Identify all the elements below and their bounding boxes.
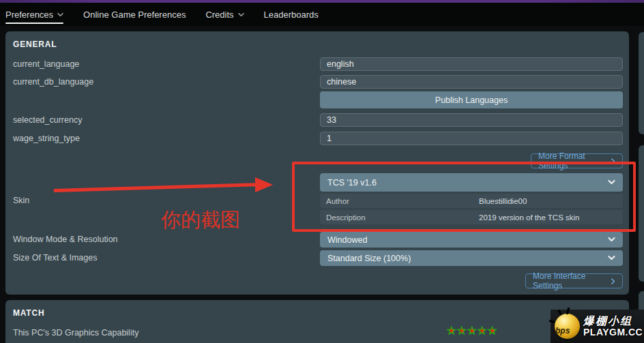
skin-description-row: Description 2019 version of the TCS skin xyxy=(320,210,623,224)
current-db-language-label: current_db_language xyxy=(13,75,93,89)
tab-credits-label: Credits xyxy=(205,10,233,20)
skin-description-value: 2019 version of the TCS skin xyxy=(479,213,579,222)
general-section-title: GENERAL xyxy=(13,40,57,49)
more-format-settings-label: More Format Settings xyxy=(538,151,606,170)
current-db-language-input[interactable] xyxy=(320,75,623,89)
tab-online-game-preferences-label: Online Game Preferences xyxy=(83,10,186,20)
tab-leaderboards[interactable]: Leaderboards xyxy=(264,3,319,26)
text-size-dropdown[interactable]: Standard Size (100%) xyxy=(320,250,623,266)
adjacent-panel-edge xyxy=(639,32,644,134)
match-section-title: MATCH xyxy=(13,308,44,318)
motion-line xyxy=(566,308,570,314)
playgm-watermark: bps 爆棚小组 PLAYGM.CC xyxy=(551,310,644,343)
playgm-group-name: 爆棚小组 xyxy=(583,316,643,327)
publish-languages-button[interactable]: Publish Languages xyxy=(320,91,623,108)
more-format-settings-button[interactable]: More Format Settings xyxy=(531,153,623,168)
tab-preferences[interactable]: Preferences xyxy=(5,3,63,26)
chevron-down-icon xyxy=(57,13,63,17)
chevron-right-icon xyxy=(611,158,615,164)
playgm-site-name: PLAYGM.CC xyxy=(583,327,643,338)
playgm-ball-icon: bps xyxy=(555,314,580,339)
playgm-logo-text: 爆棚小组 PLAYGM.CC xyxy=(583,316,643,337)
skin-label: Skin xyxy=(13,194,29,207)
tab-credits[interactable]: Credits xyxy=(205,3,244,26)
adjacent-panel-edge xyxy=(639,145,644,282)
window-mode-dropdown[interactable]: Windowed xyxy=(320,232,623,248)
chevron-down-icon xyxy=(608,237,615,242)
window-mode-selected-value: Windowed xyxy=(327,235,367,245)
current-language-label: current_language xyxy=(13,57,79,71)
tab-online-game-preferences[interactable]: Online Game Preferences xyxy=(83,3,186,26)
current-language-input[interactable] xyxy=(320,57,623,71)
playgm-ball-text: bps xyxy=(555,326,570,335)
skin-selected-value: TCS '19 v1.6 xyxy=(327,178,377,188)
window-mode-label: Window Mode & Resolution xyxy=(13,233,118,246)
chevron-right-icon xyxy=(611,278,615,284)
tab-leaderboards-label: Leaderboards xyxy=(264,10,319,20)
skin-author-label: Author xyxy=(326,197,479,205)
motion-line xyxy=(557,310,561,315)
selected-currency-label: selected_currency xyxy=(13,113,82,127)
tab-preferences-label: Preferences xyxy=(5,10,53,20)
chevron-down-icon xyxy=(608,180,615,185)
graphics-capability-label: This PC's 3D Graphics Capability xyxy=(13,326,138,340)
wage-string-type-input[interactable] xyxy=(320,132,623,145)
text-size-label: Size Of Text & Images xyxy=(13,251,97,265)
match-settings-panel: MATCH This PC's 3D Graphics Capability ★… xyxy=(5,300,629,343)
annotation-text: 你的截图 xyxy=(161,207,240,234)
publish-languages-label: Publish Languages xyxy=(435,95,508,105)
wage-string-type-label: wage_string_type xyxy=(13,132,80,145)
chevron-down-icon xyxy=(238,13,244,17)
text-size-selected-value: Standard Size (100%) xyxy=(327,254,411,263)
preferences-tabbar: Preferences Online Game Preferences Cred… xyxy=(0,3,644,26)
skin-dropdown[interactable]: TCS '19 v1.6 xyxy=(320,173,623,192)
chevron-down-icon xyxy=(608,256,615,260)
graphics-capability-star-rating: ★★★★★ xyxy=(447,325,498,337)
skin-description-label: Description xyxy=(326,213,479,222)
skin-author-value: Bluestillidie00 xyxy=(479,197,527,205)
annotation-arrow-head xyxy=(255,177,273,192)
more-interface-settings-button[interactable]: More Interface Settings xyxy=(525,273,623,288)
general-settings-panel: GENERAL current_language current_db_lang… xyxy=(5,31,629,295)
more-interface-settings-label: More Interface Settings xyxy=(533,271,606,290)
skin-author-row: Author Bluestillidie00 xyxy=(320,194,623,208)
selected-currency-input[interactable] xyxy=(320,113,623,127)
